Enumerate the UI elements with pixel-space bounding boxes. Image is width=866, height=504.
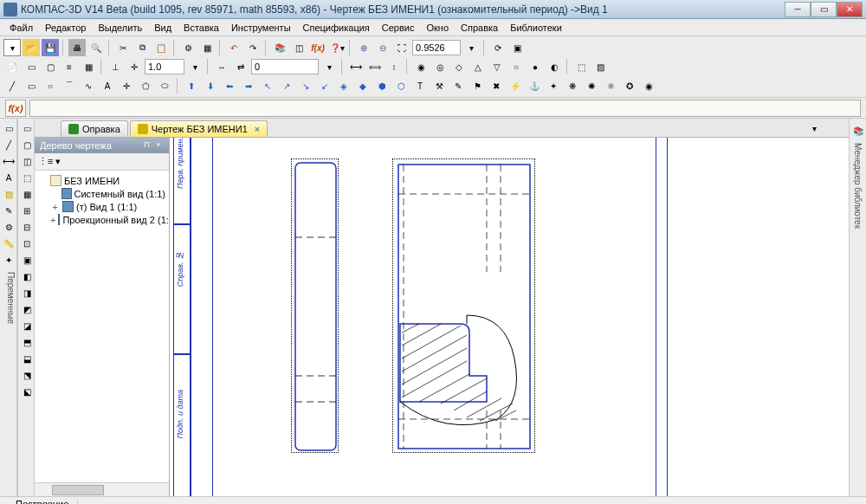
tree-item[interactable]: + (т) Вид 1 (1:1)	[38, 200, 165, 213]
tree-close-icon[interactable]: ×	[153, 140, 164, 151]
sheet-icon[interactable]: ▭	[23, 58, 40, 75]
l2-13-icon[interactable]: ◪	[19, 318, 35, 333]
window-icon[interactable]: ▣	[508, 39, 526, 56]
b5-icon[interactable]: ↖	[259, 77, 276, 94]
tree-item[interactable]: + Проекционный вид 2 (1:1)	[38, 213, 165, 226]
l2-4-icon[interactable]: ⬚	[19, 170, 35, 185]
l2-17-icon[interactable]: ⬕	[19, 384, 35, 399]
undo-icon[interactable]: ↶	[225, 39, 242, 56]
b1-icon[interactable]: ⬆	[183, 77, 200, 94]
tabs-dropdown-icon[interactable]: ▾	[805, 120, 823, 137]
view-icon[interactable]: ▦	[80, 58, 97, 75]
lt-meas-icon[interactable]: 📏	[1, 236, 16, 251]
lt-select-icon[interactable]: ▭	[1, 120, 16, 136]
b20-icon[interactable]: ✦	[545, 77, 562, 94]
preview-icon[interactable]: 🔍	[87, 39, 105, 56]
b16-icon[interactable]: ⚑	[469, 77, 486, 94]
menu-help[interactable]: Справка	[455, 21, 504, 35]
minimize-button[interactable]: ─	[785, 2, 811, 17]
view-1[interactable]	[291, 158, 339, 453]
mark7-icon[interactable]: ●	[527, 58, 544, 75]
menu-file[interactable]: Файл	[3, 21, 39, 35]
rect-icon[interactable]: ▭	[23, 77, 40, 94]
b8-icon[interactable]: ↙	[316, 77, 333, 94]
lt-edit-icon[interactable]: ✎	[1, 203, 16, 218]
lt-line-icon[interactable]: ╱	[1, 137, 16, 152]
lt-text-icon[interactable]: A	[1, 170, 16, 185]
b2-icon[interactable]: ⬇	[202, 77, 219, 94]
copy-icon[interactable]: ⧉	[133, 39, 151, 56]
poly-icon[interactable]: ⬠	[137, 77, 154, 94]
step-input[interactable]	[251, 59, 319, 74]
b7-icon[interactable]: ↘	[297, 77, 314, 94]
view-2[interactable]	[392, 158, 535, 453]
tree-item[interactable]: Системный вид (1:1)	[38, 187, 165, 200]
l2-1-icon[interactable]: ▭	[19, 120, 35, 136]
layer-icon[interactable]: ≡	[61, 58, 78, 75]
b25-icon[interactable]: ◉	[640, 77, 657, 94]
lt-aux-icon[interactable]: ✦	[1, 252, 16, 268]
help-icon[interactable]: ❓▾	[328, 39, 346, 56]
l2-12-icon[interactable]: ◩	[19, 301, 35, 317]
b19-icon[interactable]: ⚓	[526, 77, 543, 94]
point-icon[interactable]: ✛	[118, 77, 135, 94]
l2-15-icon[interactable]: ⬓	[19, 351, 35, 366]
b21-icon[interactable]: ❋	[564, 77, 581, 94]
save-icon[interactable]: 💾	[42, 39, 59, 56]
menu-window[interactable]: Окно	[420, 21, 455, 35]
text-icon[interactable]: A	[99, 77, 116, 94]
b9-icon[interactable]: ◈	[335, 77, 352, 94]
menu-tools[interactable]: Инструменты	[225, 21, 297, 35]
l2-10-icon[interactable]: ◧	[19, 268, 35, 284]
l2-7-icon[interactable]: ⊟	[19, 219, 35, 235]
var-icon[interactable]: f(x)	[309, 39, 326, 56]
zoom-window-icon[interactable]: ⛶	[393, 39, 410, 56]
dim2-icon[interactable]: ⟺	[366, 58, 384, 75]
b14-icon[interactable]: ⚒	[430, 77, 448, 94]
paste-icon[interactable]: 📋	[152, 39, 170, 56]
mark2-icon[interactable]: ◎	[431, 58, 449, 75]
l2-16-icon[interactable]: ⬔	[19, 367, 35, 383]
b3-icon[interactable]: ⬅	[221, 77, 238, 94]
mark6-icon[interactable]: ○	[507, 58, 525, 75]
step-icon[interactable]: ↔	[213, 58, 230, 75]
stepon-icon[interactable]: ⇄	[232, 58, 249, 75]
extra1-icon[interactable]: ⬚	[572, 58, 590, 75]
cut-icon[interactable]: ✂	[114, 39, 132, 56]
fx-label[interactable]: f(x)	[5, 100, 26, 117]
zoom-input[interactable]	[412, 40, 461, 55]
zoom-dropdown-icon[interactable]: ▾	[462, 39, 480, 56]
mark3-icon[interactable]: ◇	[450, 58, 468, 75]
scale-input[interactable]	[145, 59, 184, 74]
b13-icon[interactable]: T	[411, 77, 429, 94]
mark5-icon[interactable]: ▽	[488, 58, 506, 75]
l2-8-icon[interactable]: ⊡	[19, 236, 35, 251]
line-icon[interactable]: ╱	[3, 77, 21, 94]
print-icon[interactable]: 🖶	[68, 39, 86, 56]
l2-2-icon[interactable]: ▢	[19, 137, 35, 152]
new-icon[interactable]: ▾	[3, 39, 21, 56]
tab-close-icon[interactable]: ×	[255, 124, 260, 134]
tree-root[interactable]: БЕЗ ИМЕНИ	[38, 174, 165, 187]
l2-6-icon[interactable]: ⊞	[19, 203, 35, 218]
tab-opravka[interactable]: Оправка	[61, 120, 128, 137]
drawing-canvas[interactable]: Перв. примен. Справ. № Подп. и дата	[170, 138, 849, 496]
dim3-icon[interactable]: ↕	[385, 58, 403, 75]
props-icon[interactable]: ⚙	[179, 39, 197, 56]
redo-icon[interactable]: ↷	[244, 39, 262, 56]
tab-drawing[interactable]: Чертеж БЕЗ ИМЕНИ1 ×	[130, 120, 268, 137]
open-icon[interactable]: 📂	[23, 39, 40, 56]
mark4-icon[interactable]: △	[469, 58, 487, 75]
zoom-out-icon[interactable]: ⊖	[374, 39, 391, 56]
l2-5-icon[interactable]: ▦	[19, 186, 35, 202]
mark1-icon[interactable]: ◉	[412, 58, 430, 75]
menu-service[interactable]: Сервис	[376, 21, 421, 35]
doc-icon[interactable]: 📄	[3, 58, 21, 75]
libmgr-label[interactable]: Менеджер библиотек	[853, 139, 863, 232]
tree-hscroll[interactable]	[35, 482, 169, 496]
menu-insert[interactable]: Вставка	[178, 21, 225, 35]
spline-icon[interactable]: ∿	[80, 77, 97, 94]
extra2-icon[interactable]: ▨	[591, 58, 609, 75]
b24-icon[interactable]: ✪	[621, 77, 638, 94]
menu-edit[interactable]: Редактор	[39, 21, 92, 35]
